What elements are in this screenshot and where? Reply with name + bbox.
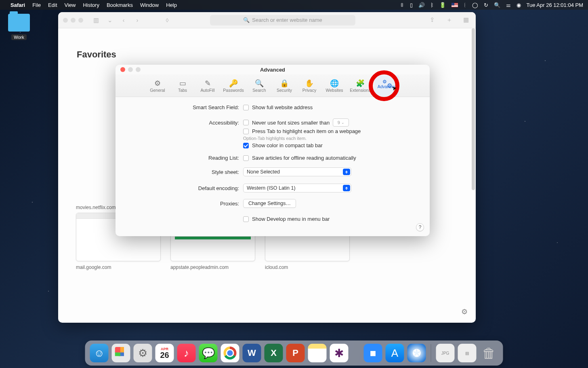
dock-slack[interactable] [330,344,349,362]
dock-appstore[interactable]: A [386,344,404,362]
hand-icon: ✋ [305,80,314,87]
option-press-tab: Press Tab to highlight each item on a we… [252,128,361,134]
dock-launchpad[interactable] [112,344,130,362]
tab-tabs[interactable]: ▭Tabs [171,75,194,97]
minimize-icon[interactable] [128,67,133,72]
dock-chrome[interactable] [221,344,239,362]
tab-security[interactable]: 🔒Security [273,75,296,97]
folder-icon [8,14,30,32]
option-show-full-address: Show full website address [252,104,313,110]
timemachine-icon[interactable]: ↻ [484,2,488,8]
new-tab-icon[interactable]: ＋ [444,16,454,24]
label-smart-search: Smart Search Field: [130,104,243,110]
dock-messages[interactable]: 💬 [199,344,218,362]
tab-websites[interactable]: 🌐Websites [323,75,346,97]
dock-zoom[interactable]: ■ [364,344,382,362]
back-icon[interactable]: ‹ [119,17,128,23]
checkbox-min-font[interactable] [243,120,249,125]
zoom-icon[interactable] [136,67,141,72]
option-show-color: Show color in compact tab bar [252,142,323,148]
spotlight-icon[interactable]: 🔍 [494,2,500,8]
dock-separator [431,344,431,362]
search-icon: 🔍 [255,80,264,87]
lock-icon: 🔒 [280,80,289,87]
font-size-stepper[interactable]: 9 [333,118,349,127]
tab-general[interactable]: ⚙General [146,75,169,97]
favorite-label: icloud.com [265,264,350,270]
menu-help[interactable]: Help [166,2,177,8]
forward-icon[interactable]: › [132,17,142,23]
dock-excel[interactable]: X [265,344,283,362]
favorites-settings-icon[interactable]: ⚙ [461,307,468,316]
menu-history[interactable]: History [83,2,99,8]
tab-search[interactable]: 🔍Search [248,75,271,97]
select-arrow-icon [343,185,350,191]
dock-system-settings[interactable]: ⚙ [134,344,152,362]
dock-powerpoint[interactable]: P [286,344,305,362]
url-bar[interactable]: 🔍 Search or enter website name [210,15,355,25]
menubar: Safari File Edit View History Bookmarks … [0,0,588,10]
tabs-overview-icon[interactable]: ▦ [461,16,471,24]
dock-recent-doc[interactable]: JPG [436,344,455,362]
option-min-font: Never use font sizes smaller than [252,120,330,126]
close-icon[interactable] [120,67,125,72]
prefs-titlebar: Advanced [116,65,430,74]
help-button[interactable]: ? [416,223,424,231]
sidebar-toggle-icon[interactable]: ▥ [91,17,101,24]
safari-traffic-lights[interactable] [63,18,83,23]
dock-recent-doc[interactable]: ▤ [458,344,477,362]
style-sheet-select[interactable]: None Selected [243,167,351,176]
siri-icon[interactable]: ◉ [517,2,521,8]
tab-autofill[interactable]: ✎AutoFill [196,75,219,97]
label-reading-list: Reading List: [130,155,243,161]
dock-word[interactable]: W [243,344,261,362]
checkbox-press-tab[interactable] [243,129,249,134]
dock-safari[interactable]: ✪ [407,344,426,362]
checkbox-develop-menu[interactable] [243,216,249,222]
tab-advanced[interactable]: Advanced ➤ [374,75,399,97]
puzzle-icon: 🧩 [356,80,365,87]
bluetooth-icon[interactable]: ᛒ [430,2,434,8]
dock: ☺ ⚙ APR 26 ♪ 💬 W X P ■ A ✪ JPG ▤ 🗑 [85,341,503,366]
app-name[interactable]: Safari [10,2,25,8]
battery-icon[interactable]: 🔋 [439,2,446,8]
folder-label: Work [11,34,26,40]
wifi-icon[interactable]: ⧙ [464,2,466,8]
encoding-select[interactable]: Western (ISO Latin 1) [243,184,351,192]
share-icon[interactable]: ⇪ [427,16,437,24]
dock-music[interactable]: ♪ [177,344,196,362]
dock-finder[interactable]: ☺ [90,344,109,362]
prefs-traffic-lights[interactable] [120,67,141,72]
user-icon[interactable]: ◯ [472,2,478,8]
tab-extensions[interactable]: 🧩Extensions [348,75,373,97]
volume-icon[interactable]: 🔊 [418,2,425,8]
proxies-button[interactable]: Change Settings… [243,199,296,208]
menu-view[interactable]: View [65,2,76,8]
menu-edit[interactable]: Edit [48,2,57,8]
dock-notes[interactable] [308,344,327,362]
control-center-icon[interactable]: ⚌ [506,2,511,8]
dock-calendar[interactable]: APR 26 [155,344,174,362]
desktop-folder-work[interactable]: Work [5,14,33,40]
globe-icon: 🌐 [330,80,339,87]
privacy-shield-icon[interactable]: ◊ [162,17,172,23]
option-save-offline: Save articles for offline reading automa… [252,155,356,161]
menu-window[interactable]: Window [140,2,159,8]
checkbox-show-full-address[interactable] [243,105,249,110]
menu-bookmarks[interactable]: Bookmarks [107,2,133,8]
tab-passwords[interactable]: 🔑Passwords [221,75,246,97]
tab-privacy[interactable]: ✋Privacy [298,75,321,97]
checkbox-show-color[interactable] [243,143,249,148]
checkbox-save-offline[interactable] [243,155,249,161]
menubar-clock[interactable]: Tue Apr 26 12:01:04 PM [527,2,583,8]
chevron-down-icon[interactable]: ⌄ [105,17,115,24]
input-flag[interactable] [452,3,458,7]
dock-trash[interactable]: 🗑 [480,344,498,362]
dropbox-icon[interactable]: ⇳ [400,2,404,8]
device-icon[interactable]: ▯ [410,2,413,8]
url-placeholder: Search or enter website name [252,17,322,23]
label-style-sheet: Style sheet: [130,169,243,175]
menu-file[interactable]: File [32,2,41,8]
select-arrow-icon [343,169,350,175]
favorite-label: mail.google.com [76,264,161,270]
